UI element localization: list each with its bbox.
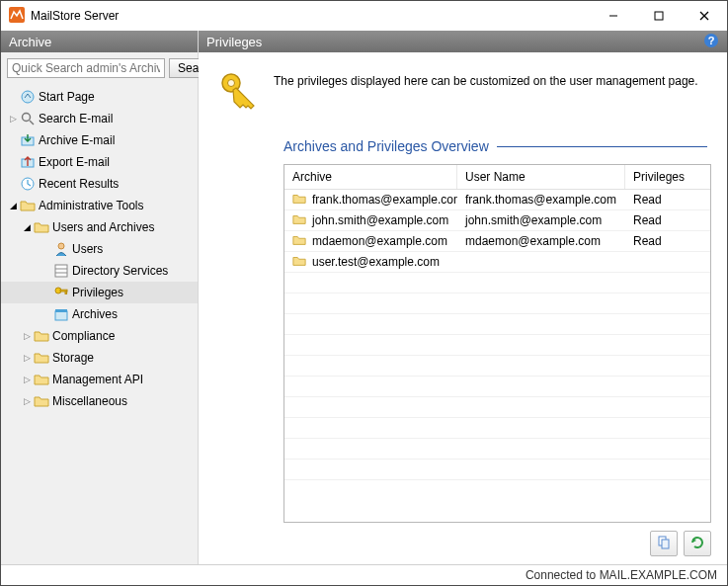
tree-item-export-email[interactable]: Export E-mail	[1, 151, 198, 173]
tree-item-archives[interactable]: Archives	[1, 303, 198, 325]
table-row[interactable]: user.test@example.com	[284, 252, 710, 273]
tree-item-search-email[interactable]: ▷ Search E-mail	[1, 108, 198, 129]
folder-icon	[292, 254, 306, 271]
tree-label: Archives	[70, 307, 118, 321]
expand-icon[interactable]: ▷	[21, 375, 33, 384]
application-window: MailStore Server Archive Search	[0, 0, 728, 586]
home-icon	[19, 89, 37, 105]
folder-icon	[292, 192, 306, 209]
folder-icon	[19, 198, 37, 213]
collapse-icon[interactable]: ◢	[21, 222, 33, 232]
tree-item-directory-services[interactable]: Directory Services	[1, 260, 198, 282]
collapse-icon[interactable]: ◢	[7, 201, 19, 210]
titlebar: MailStore Server	[1, 1, 727, 31]
cell-archive: mdaemon@example.com	[312, 234, 447, 248]
cell-archive: john.smith@example.com	[312, 213, 448, 227]
directory-icon	[52, 263, 70, 279]
tree-label: Users	[70, 242, 103, 256]
tree-label: Recent Results	[37, 177, 119, 191]
column-header-archive[interactable]: Archive	[284, 165, 457, 189]
tree-item-admin-tools[interactable]: ◢ Administrative Tools	[1, 195, 198, 216]
svg-text:?: ?	[708, 35, 715, 46]
folder-icon	[33, 219, 50, 235]
expand-icon[interactable]: ▷	[21, 353, 33, 363]
maximize-button[interactable]	[636, 1, 682, 31]
table-header: Archive User Name Privileges	[284, 165, 710, 190]
cell-user: frank.thomas@example.com	[457, 193, 625, 207]
column-header-privileges[interactable]: Privileges	[625, 165, 710, 189]
tree-label: Search E-mail	[37, 112, 113, 126]
page-title: Privileges	[206, 35, 262, 49]
column-header-user[interactable]: User Name	[457, 165, 625, 189]
tree-item-privileges[interactable]: Privileges	[1, 282, 198, 303]
table-row[interactable]: john.smith@example.com john.smith@exampl…	[284, 210, 710, 231]
svg-rect-2	[655, 12, 663, 20]
expand-icon[interactable]: ▷	[21, 331, 33, 341]
tree-item-compliance[interactable]: ▷ Compliance	[1, 325, 198, 347]
app-logo-icon	[9, 7, 25, 26]
table-row-empty	[284, 439, 710, 460]
close-button[interactable]	[682, 1, 727, 31]
svg-rect-17	[65, 292, 67, 293]
svg-rect-12	[55, 265, 67, 277]
key-large-icon	[214, 68, 262, 119]
tree-label: Storage	[50, 351, 94, 365]
expand-icon[interactable]: ▷	[21, 396, 33, 406]
tree-item-recent-results[interactable]: Recent Results	[1, 173, 198, 195]
help-button[interactable]: ?	[703, 33, 719, 51]
table-row[interactable]: frank.thomas@example.com frank.thomas@ex…	[284, 190, 710, 210]
cell-archive: user.test@example.com	[312, 255, 440, 269]
table-row-empty	[284, 293, 710, 314]
search-icon	[19, 111, 37, 126]
table-row[interactable]: mdaemon@example.com mdaemon@example.com …	[284, 231, 710, 252]
privileges-table: Archive User Name Privileges frank.thoma…	[283, 164, 711, 523]
folder-icon	[292, 212, 306, 229]
archive-in-icon	[19, 132, 37, 148]
cell-priv: Read	[625, 193, 710, 207]
key-icon	[52, 285, 70, 300]
sidebar-header: Archive	[1, 31, 198, 52]
tree-label: Users and Archives	[50, 220, 154, 234]
svg-rect-18	[55, 311, 67, 320]
cell-priv: Read	[625, 234, 710, 248]
tree-label: Miscellaneous	[50, 394, 127, 408]
status-text: Connected to MAIL.EXAMPLE.COM	[526, 568, 717, 582]
section-title: Archives and Privileges Overview	[283, 138, 489, 154]
expand-icon[interactable]: ▷	[7, 114, 19, 124]
intro-text: The privileges displayed here can be cus…	[274, 68, 698, 88]
section-divider	[497, 146, 707, 147]
folder-icon	[33, 328, 50, 344]
folder-icon	[33, 372, 50, 387]
tree-item-users-archives[interactable]: ◢ Users and Archives	[1, 216, 198, 238]
tree-label: Administrative Tools	[37, 199, 144, 212]
minimize-button[interactable]	[591, 1, 636, 31]
main-panel: Privileges ? The privileges displayed he…	[199, 31, 727, 564]
archive-out-icon	[19, 154, 37, 170]
tree-label: Compliance	[50, 329, 115, 343]
sidebar: Archive Search Start Page ▷	[1, 31, 199, 564]
svg-point-5	[22, 91, 34, 103]
tree-item-users[interactable]: Users	[1, 238, 198, 260]
svg-rect-25	[662, 540, 669, 548]
copy-icon	[656, 535, 672, 553]
cell-priv: Read	[625, 213, 710, 227]
svg-point-6	[23, 114, 31, 122]
user-icon	[52, 241, 70, 257]
cell-user: john.smith@example.com	[457, 213, 625, 227]
tree-item-management-api[interactable]: ▷ Management API	[1, 369, 198, 390]
tree-label: Start Page	[37, 90, 95, 104]
quick-search-input[interactable]	[7, 58, 165, 78]
statusbar: Connected to MAIL.EXAMPLE.COM	[1, 564, 727, 585]
refresh-button[interactable]	[684, 531, 711, 556]
svg-rect-19	[55, 309, 67, 312]
svg-point-11	[58, 243, 64, 249]
archive-icon	[52, 306, 70, 322]
tree-item-start-page[interactable]: Start Page	[1, 86, 198, 108]
tree-item-misc[interactable]: ▷ Miscellaneous	[1, 390, 198, 412]
tree-item-storage[interactable]: ▷ Storage	[1, 347, 198, 369]
tree-item-archive-email[interactable]: Archive E-mail	[1, 129, 198, 151]
table-row-empty	[284, 356, 710, 377]
tree-label: Management API	[50, 373, 143, 386]
table-row-empty	[284, 460, 710, 480]
copy-button[interactable]	[650, 531, 678, 556]
